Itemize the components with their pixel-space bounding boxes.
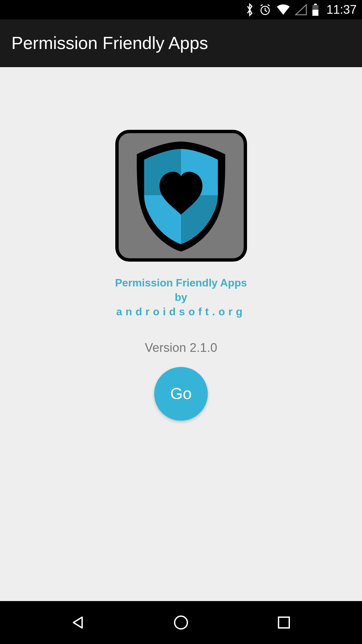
app-bar-title: Permission Friendly Apps	[11, 33, 208, 53]
back-button[interactable]	[65, 609, 92, 636]
app-bar: Permission Friendly Apps	[0, 19, 362, 67]
app-logo	[115, 130, 247, 262]
splash-content: Permission Friendly Apps by androidsoft.…	[0, 67, 362, 601]
status-bar: 11:37	[0, 0, 362, 19]
shield-heart-icon	[127, 139, 235, 253]
go-button[interactable]: Go	[154, 367, 208, 421]
credits-line2: by	[115, 290, 247, 305]
recents-button[interactable]	[270, 609, 297, 636]
wifi-icon	[276, 4, 290, 15]
credits-block: Permission Friendly Apps by androidsoft.…	[115, 276, 247, 319]
status-time: 11:37	[326, 3, 357, 17]
credits-line1: Permission Friendly Apps	[115, 276, 247, 290]
recents-square-icon	[277, 616, 291, 629]
credits-org: androidsoft.org	[115, 305, 247, 319]
svg-rect-3	[312, 10, 318, 16]
back-triangle-icon	[71, 615, 85, 630]
alarm-icon	[259, 3, 272, 16]
home-circle-icon	[173, 615, 189, 630]
svg-rect-5	[279, 617, 289, 628]
home-button[interactable]	[168, 609, 194, 636]
battery-icon	[312, 4, 319, 16]
bluetooth-icon	[245, 3, 254, 17]
svg-rect-1	[314, 4, 317, 5]
cell-signal-icon	[295, 4, 307, 15]
svg-point-4	[175, 616, 187, 629]
version-label: Version 2.1.0	[145, 341, 217, 355]
navigation-bar	[0, 601, 362, 644]
